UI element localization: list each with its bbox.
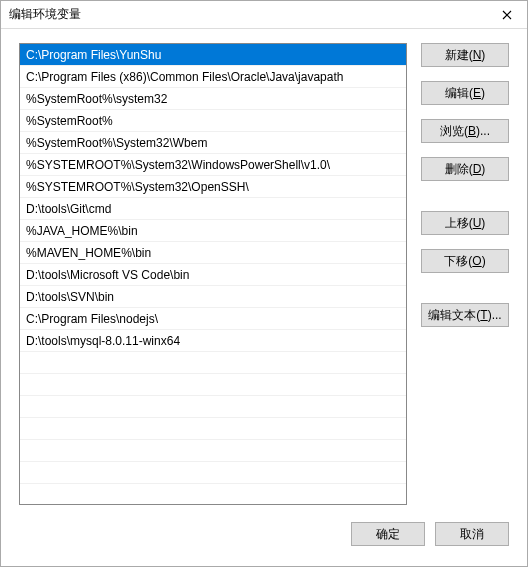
delete-button[interactable]: 删除(D): [421, 157, 509, 181]
list-item[interactable]: [20, 462, 406, 484]
list-item[interactable]: [20, 396, 406, 418]
edittext-suffix: )...: [488, 308, 502, 322]
list-item[interactable]: [20, 484, 406, 505]
edit-mnemonic: E: [473, 86, 481, 100]
edit-button[interactable]: 编辑(E): [421, 81, 509, 105]
browse-button[interactable]: 浏览(B)...: [421, 119, 509, 143]
browse-mnemonic: B: [468, 124, 476, 138]
movedown-label: 下移(: [444, 253, 472, 270]
list-item[interactable]: D:\tools\mysql-8.0.11-winx64: [20, 330, 406, 352]
new-label: 新建(: [445, 47, 473, 64]
list-item[interactable]: D:\tools\Git\cmd: [20, 198, 406, 220]
list-item[interactable]: D:\tools\Microsoft VS Code\bin: [20, 264, 406, 286]
delete-label: 删除(: [445, 161, 473, 178]
list-item[interactable]: %SYSTEMROOT%\System32\OpenSSH\: [20, 176, 406, 198]
path-listbox[interactable]: C:\Program Files\YunShuC:\Program Files …: [19, 43, 407, 505]
list-item[interactable]: [20, 440, 406, 462]
movedown-button[interactable]: 下移(O): [421, 249, 509, 273]
edittext-mnemonic: T: [480, 308, 487, 322]
edit-env-var-dialog: 编辑环境变量 C:\Program Files\YunShuC:\Program…: [0, 0, 528, 567]
list-item[interactable]: [20, 418, 406, 440]
list-item[interactable]: D:\tools\SVN\bin: [20, 286, 406, 308]
dialog-title: 编辑环境变量: [9, 6, 81, 23]
list-item[interactable]: %SystemRoot%\System32\Wbem: [20, 132, 406, 154]
close-icon: [502, 10, 512, 20]
moveup-suffix: ): [481, 216, 485, 230]
new-button[interactable]: 新建(N): [421, 43, 509, 67]
footer: 确定 取消: [1, 516, 527, 566]
list-item[interactable]: %JAVA_HOME%\bin: [20, 220, 406, 242]
new-suffix: ): [481, 48, 485, 62]
cancel-button[interactable]: 取消: [435, 522, 509, 546]
titlebar: 编辑环境变量: [1, 1, 527, 29]
edit-suffix: ): [481, 86, 485, 100]
movedown-suffix: ): [482, 254, 486, 268]
edittext-label: 编辑文本(: [428, 307, 480, 324]
list-item[interactable]: C:\Program Files\YunShu: [20, 44, 406, 66]
list-item[interactable]: %SYSTEMROOT%\System32\WindowsPowerShell\…: [20, 154, 406, 176]
list-item[interactable]: [20, 374, 406, 396]
list-item[interactable]: %SystemRoot%: [20, 110, 406, 132]
edit-label: 编辑(: [445, 85, 473, 102]
edittext-button[interactable]: 编辑文本(T)...: [421, 303, 509, 327]
delete-suffix: ): [481, 162, 485, 176]
list-item[interactable]: %SystemRoot%\system32: [20, 88, 406, 110]
browse-label: 浏览(: [440, 123, 468, 140]
close-button[interactable]: [487, 1, 527, 29]
list-item[interactable]: C:\Program Files (x86)\Common Files\Orac…: [20, 66, 406, 88]
list-item[interactable]: [20, 352, 406, 374]
content-area: C:\Program Files\YunShuC:\Program Files …: [1, 29, 527, 516]
moveup-mnemonic: U: [473, 216, 482, 230]
list-item[interactable]: %MAVEN_HOME%\bin: [20, 242, 406, 264]
browse-suffix: )...: [476, 124, 490, 138]
list-item[interactable]: C:\Program Files\nodejs\: [20, 308, 406, 330]
side-buttons: 新建(N) 编辑(E) 浏览(B)... 删除(D) 上移(U) 下移(O): [421, 43, 509, 508]
ok-button[interactable]: 确定: [351, 522, 425, 546]
new-mnemonic: N: [473, 48, 482, 62]
delete-mnemonic: D: [473, 162, 482, 176]
moveup-button[interactable]: 上移(U): [421, 211, 509, 235]
moveup-label: 上移(: [445, 215, 473, 232]
movedown-mnemonic: O: [472, 254, 481, 268]
